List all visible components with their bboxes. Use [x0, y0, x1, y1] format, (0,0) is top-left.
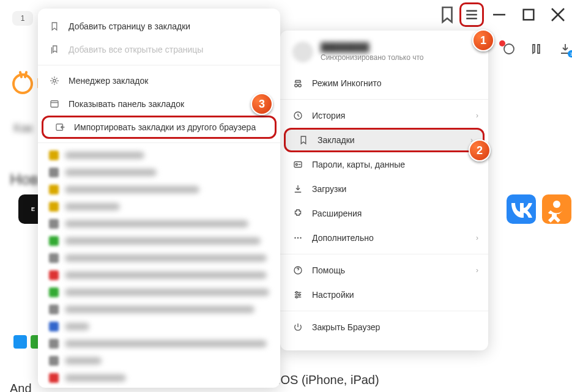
submenu-add-all: Добавить все открытые страницы	[38, 38, 280, 61]
extensions-icon	[292, 208, 303, 219]
bookmark-item[interactable]	[38, 232, 280, 250]
separator	[280, 254, 488, 254]
sync-status: Синхронизировано только что	[321, 53, 423, 62]
svg-point-8	[553, 201, 560, 208]
bookmark-item[interactable]	[38, 147, 280, 164]
bookmark-item[interactable]	[38, 352, 280, 369]
help-icon	[292, 265, 303, 276]
profile-section[interactable]: ████████ Синхронизировано только что	[280, 39, 488, 71]
bookmark-icon	[298, 135, 309, 146]
panel-icon	[49, 98, 60, 109]
submenu-add-page[interactable]: Добавить страницу в закладки	[38, 15, 280, 38]
menu-label: Дополнительно	[312, 233, 374, 243]
submenu-label: Добавить страницу в закладки	[69, 21, 190, 31]
submenu-show-bar[interactable]: Показывать панель закладок	[38, 92, 280, 116]
menu-label: Загрузки	[312, 184, 346, 194]
menu-settings[interactable]: Настройки	[280, 283, 488, 307]
svg-point-21	[295, 296, 297, 298]
downloads-icon[interactable]: 1	[558, 42, 572, 56]
svg-point-14	[300, 237, 301, 239]
submenu-label: Показывать панель закладок	[69, 99, 184, 109]
svg-point-22	[53, 80, 56, 83]
site-logo: l	[12, 73, 40, 94]
menu-label: История	[312, 111, 345, 120]
window-close-button[interactable]	[544, 2, 572, 27]
svg-point-20	[299, 294, 300, 296]
chevron-right-icon: ›	[476, 111, 478, 120]
menu-label: Закладки	[318, 135, 355, 145]
settings-icon	[292, 289, 303, 300]
window-minimize-button[interactable]	[485, 2, 513, 27]
hamburger-menu-button[interactable]	[462, 6, 481, 24]
svg-rect-23	[51, 101, 58, 108]
menu-label: Расширения	[312, 209, 362, 218]
bookmark-item[interactable]	[38, 250, 280, 267]
menu-label: Настройки	[312, 290, 354, 300]
passwords-icon	[292, 159, 303, 170]
bookmark-item[interactable]	[38, 301, 280, 318]
chevron-right-icon: ›	[476, 266, 478, 275]
manager-icon	[49, 75, 60, 86]
avatar	[292, 42, 313, 62]
submenu-manager[interactable]: Менеджер закладок	[38, 69, 280, 92]
feedback-icon[interactable]	[530, 42, 544, 56]
vk-share-icon[interactable]	[507, 194, 536, 224]
callout-1: 1	[472, 29, 494, 51]
separator	[280, 311, 488, 311]
bookmark-item[interactable]	[38, 284, 280, 301]
menu-passwords[interactable]: Пароли, карты, данные	[280, 152, 488, 177]
menu-extensions[interactable]: Расширения	[280, 201, 488, 226]
bg-heading-2: Нов	[10, 170, 39, 189]
import-icon	[54, 122, 65, 133]
main-menu: ████████ Синхронизировано только что Реж…	[280, 31, 488, 350]
menu-label: Закрыть Браузер	[312, 322, 380, 332]
download-icon	[292, 183, 303, 194]
menu-help[interactable]: Помощь ›	[280, 258, 488, 283]
ok-share-icon[interactable]	[542, 194, 571, 224]
bookmarks-submenu: Добавить страницу в закладки Добавить вс…	[38, 9, 280, 388]
callout-2: 2	[469, 139, 491, 161]
svg-rect-4	[524, 10, 534, 20]
bg-heading-1: Как	[13, 121, 33, 135]
bookmark-item[interactable]	[38, 164, 280, 181]
alice-icon[interactable]	[502, 42, 516, 56]
incognito-icon	[292, 78, 303, 89]
menu-more[interactable]: Дополнительно ›	[280, 226, 488, 250]
bg-footer-left: And	[10, 382, 32, 392]
more-icon	[292, 232, 303, 243]
submenu-label: Импортировать закладки из другого браузе…	[74, 122, 256, 132]
submenu-label: Добавить все открытые страницы	[69, 45, 203, 54]
submenu-label: Менеджер закладок	[69, 76, 148, 86]
menu-label: Помощь	[312, 265, 345, 275]
svg-point-7	[504, 44, 514, 54]
separator	[38, 65, 280, 65]
bookmark-item[interactable]	[38, 181, 280, 198]
history-icon	[292, 110, 303, 121]
bookmark-item[interactable]	[38, 369, 280, 386]
bookmark-item[interactable]	[38, 267, 280, 284]
menu-incognito[interactable]: Режим Инкогнито	[280, 71, 488, 95]
bookmark-item[interactable]	[38, 335, 280, 352]
tab-counter[interactable]: 1	[12, 11, 33, 26]
callout-3: 3	[251, 93, 273, 115]
bookmark-item[interactable]	[38, 215, 280, 232]
window-maximize-button[interactable]	[514, 2, 543, 27]
separator	[280, 99, 488, 100]
bookmark-item[interactable]	[38, 198, 280, 215]
menu-close-browser[interactable]: Закрыть Браузер	[280, 315, 488, 339]
separator	[38, 142, 280, 143]
bookmark-item[interactable]	[38, 318, 280, 335]
menu-history[interactable]: История ›	[280, 103, 488, 128]
menu-downloads[interactable]: Загрузки	[280, 177, 488, 201]
svg-point-12	[294, 237, 295, 239]
menu-bookmarks[interactable]: Закладки ›	[284, 128, 485, 152]
svg-point-19	[295, 292, 297, 294]
bookmarks-toolbar-icon[interactable]	[436, 4, 458, 26]
chevron-right-icon: ›	[476, 234, 478, 242]
highlight-hamburger	[459, 2, 484, 27]
profile-name: ████████	[321, 42, 423, 52]
power-icon	[292, 322, 303, 333]
submenu-import[interactable]: Импортировать закладки из другого браузе…	[42, 116, 277, 139]
bookmark-all-icon	[49, 44, 60, 55]
svg-point-11	[295, 164, 297, 166]
